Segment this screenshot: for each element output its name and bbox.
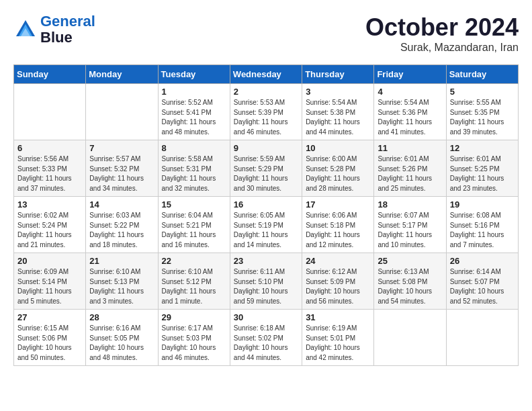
- day-info: Sunrise: 5:55 AM Sunset: 5:35 PM Dayligh…: [450, 98, 515, 137]
- day-number: 16: [234, 199, 298, 210]
- calendar-body: 1Sunrise: 5:52 AM Sunset: 5:41 PM Daylig…: [14, 84, 519, 366]
- calendar-cell: 14Sunrise: 6:03 AM Sunset: 5:22 PM Dayli…: [86, 197, 158, 253]
- calendar-cell: [446, 310, 518, 366]
- day-header-tuesday: Tuesday: [158, 65, 230, 84]
- day-header-sunday: Sunday: [14, 65, 86, 84]
- month-title: October 2024: [365, 13, 519, 42]
- location-subtitle: Surak, Mazandaran, Iran: [365, 42, 519, 54]
- day-number: 31: [306, 312, 370, 322]
- day-info: Sunrise: 6:17 AM Sunset: 5:03 PM Dayligh…: [162, 324, 226, 363]
- day-info: Sunrise: 6:13 AM Sunset: 5:08 PM Dayligh…: [378, 267, 442, 306]
- week-row-3: 13Sunrise: 6:02 AM Sunset: 5:24 PM Dayli…: [14, 197, 519, 253]
- logo-text: General Blue: [40, 13, 95, 46]
- day-info: Sunrise: 5:57 AM Sunset: 5:32 PM Dayligh…: [89, 154, 154, 193]
- calendar-cell: 4Sunrise: 5:54 AM Sunset: 5:36 PM Daylig…: [374, 84, 446, 140]
- calendar-cell: 18Sunrise: 6:07 AM Sunset: 5:17 PM Dayli…: [374, 197, 446, 253]
- day-info: Sunrise: 6:07 AM Sunset: 5:17 PM Dayligh…: [378, 211, 442, 250]
- calendar-cell: 31Sunrise: 6:19 AM Sunset: 5:01 PM Dayli…: [302, 310, 374, 366]
- day-info: Sunrise: 6:10 AM Sunset: 5:13 PM Dayligh…: [89, 267, 154, 306]
- day-info: Sunrise: 6:09 AM Sunset: 5:14 PM Dayligh…: [17, 267, 82, 306]
- day-number: 4: [378, 87, 442, 97]
- calendar-cell: 20Sunrise: 6:09 AM Sunset: 5:14 PM Dayli…: [14, 253, 86, 310]
- calendar-cell: 27Sunrise: 6:15 AM Sunset: 5:06 PM Dayli…: [14, 310, 86, 366]
- day-number: 17: [306, 199, 370, 210]
- calendar-cell: 9Sunrise: 5:59 AM Sunset: 5:29 PM Daylig…: [230, 140, 302, 197]
- week-row-1: 1Sunrise: 5:52 AM Sunset: 5:41 PM Daylig…: [14, 84, 519, 140]
- day-number: 19: [450, 199, 515, 210]
- calendar-cell: [374, 310, 446, 366]
- day-number: 18: [378, 199, 442, 210]
- day-number: 12: [450, 143, 515, 153]
- day-number: 10: [306, 143, 370, 153]
- day-info: Sunrise: 6:14 AM Sunset: 5:07 PM Dayligh…: [450, 267, 515, 306]
- day-number: 27: [17, 312, 82, 322]
- day-number: 30: [234, 312, 298, 322]
- day-info: Sunrise: 6:11 AM Sunset: 5:10 PM Dayligh…: [234, 267, 298, 306]
- day-number: 3: [306, 87, 370, 97]
- calendar-cell: 10Sunrise: 6:00 AM Sunset: 5:28 PM Dayli…: [302, 140, 374, 197]
- day-info: Sunrise: 6:04 AM Sunset: 5:21 PM Dayligh…: [162, 211, 226, 250]
- calendar-cell: 24Sunrise: 6:12 AM Sunset: 5:09 PM Dayli…: [302, 253, 374, 310]
- calendar-table: SundayMondayTuesdayWednesdayThursdayFrid…: [13, 64, 519, 366]
- logo-icon: [13, 17, 38, 42]
- day-number: 6: [17, 143, 82, 153]
- day-info: Sunrise: 6:01 AM Sunset: 5:25 PM Dayligh…: [450, 154, 515, 193]
- calendar-cell: 21Sunrise: 6:10 AM Sunset: 5:13 PM Dayli…: [86, 253, 158, 310]
- day-header-wednesday: Wednesday: [230, 65, 302, 84]
- calendar-cell: 7Sunrise: 5:57 AM Sunset: 5:32 PM Daylig…: [86, 140, 158, 197]
- day-info: Sunrise: 6:18 AM Sunset: 5:02 PM Dayligh…: [234, 324, 298, 363]
- day-number: 9: [234, 143, 298, 153]
- week-row-4: 20Sunrise: 6:09 AM Sunset: 5:14 PM Dayli…: [14, 253, 519, 310]
- day-number: 15: [162, 199, 226, 210]
- day-info: Sunrise: 5:58 AM Sunset: 5:31 PM Dayligh…: [162, 154, 226, 193]
- day-number: 13: [17, 199, 82, 210]
- calendar-cell: 15Sunrise: 6:04 AM Sunset: 5:21 PM Dayli…: [158, 197, 230, 253]
- day-header-monday: Monday: [86, 65, 158, 84]
- calendar-cell: 30Sunrise: 6:18 AM Sunset: 5:02 PM Dayli…: [230, 310, 302, 366]
- day-number: 21: [89, 256, 154, 266]
- day-number: 14: [89, 199, 154, 210]
- day-info: Sunrise: 6:15 AM Sunset: 5:06 PM Dayligh…: [17, 324, 82, 363]
- day-info: Sunrise: 6:00 AM Sunset: 5:28 PM Dayligh…: [306, 154, 370, 193]
- calendar-cell: 3Sunrise: 5:54 AM Sunset: 5:38 PM Daylig…: [302, 84, 374, 140]
- day-header-friday: Friday: [374, 65, 446, 84]
- day-number: 1: [162, 87, 226, 97]
- calendar-cell: 11Sunrise: 6:01 AM Sunset: 5:26 PM Dayli…: [374, 140, 446, 197]
- day-info: Sunrise: 6:08 AM Sunset: 5:16 PM Dayligh…: [450, 211, 515, 250]
- calendar-cell: 22Sunrise: 6:10 AM Sunset: 5:12 PM Dayli…: [158, 253, 230, 310]
- calendar-cell: 16Sunrise: 6:05 AM Sunset: 5:19 PM Dayli…: [230, 197, 302, 253]
- day-info: Sunrise: 5:52 AM Sunset: 5:41 PM Dayligh…: [162, 98, 226, 137]
- day-info: Sunrise: 6:02 AM Sunset: 5:24 PM Dayligh…: [17, 211, 82, 250]
- page-header: General Blue October 2024 Surak, Mazanda…: [13, 13, 519, 54]
- calendar-header: SundayMondayTuesdayWednesdayThursdayFrid…: [14, 65, 519, 84]
- calendar-cell: 5Sunrise: 5:55 AM Sunset: 5:35 PM Daylig…: [446, 84, 518, 140]
- calendar-cell: 1Sunrise: 5:52 AM Sunset: 5:41 PM Daylig…: [158, 84, 230, 140]
- day-number: 26: [450, 256, 515, 266]
- calendar-cell: 12Sunrise: 6:01 AM Sunset: 5:25 PM Dayli…: [446, 140, 518, 197]
- calendar-cell: [14, 84, 86, 140]
- day-info: Sunrise: 6:03 AM Sunset: 5:22 PM Dayligh…: [89, 211, 154, 250]
- day-number: 22: [162, 256, 226, 266]
- day-info: Sunrise: 5:59 AM Sunset: 5:29 PM Dayligh…: [234, 154, 298, 193]
- day-info: Sunrise: 6:12 AM Sunset: 5:09 PM Dayligh…: [306, 267, 370, 306]
- calendar-cell: 29Sunrise: 6:17 AM Sunset: 5:03 PM Dayli…: [158, 310, 230, 366]
- day-info: Sunrise: 6:16 AM Sunset: 5:05 PM Dayligh…: [89, 324, 154, 363]
- calendar-cell: 8Sunrise: 5:58 AM Sunset: 5:31 PM Daylig…: [158, 140, 230, 197]
- day-number: 29: [162, 312, 226, 322]
- calendar-cell: 13Sunrise: 6:02 AM Sunset: 5:24 PM Dayli…: [14, 197, 86, 253]
- day-info: Sunrise: 6:01 AM Sunset: 5:26 PM Dayligh…: [378, 154, 442, 193]
- logo: General Blue: [13, 13, 95, 46]
- day-info: Sunrise: 5:54 AM Sunset: 5:38 PM Dayligh…: [306, 98, 370, 137]
- calendar-cell: 17Sunrise: 6:06 AM Sunset: 5:18 PM Dayli…: [302, 197, 374, 253]
- week-row-5: 27Sunrise: 6:15 AM Sunset: 5:06 PM Dayli…: [14, 310, 519, 366]
- day-number: 8: [162, 143, 226, 153]
- calendar-cell: 23Sunrise: 6:11 AM Sunset: 5:10 PM Dayli…: [230, 253, 302, 310]
- calendar-cell: 19Sunrise: 6:08 AM Sunset: 5:16 PM Dayli…: [446, 197, 518, 253]
- title-block: October 2024 Surak, Mazandaran, Iran: [365, 13, 519, 54]
- day-number: 5: [450, 87, 515, 97]
- day-number: 2: [234, 87, 298, 97]
- day-info: Sunrise: 6:06 AM Sunset: 5:18 PM Dayligh…: [306, 211, 370, 250]
- day-header-saturday: Saturday: [446, 65, 518, 84]
- calendar-cell: 2Sunrise: 5:53 AM Sunset: 5:39 PM Daylig…: [230, 84, 302, 140]
- day-number: 23: [234, 256, 298, 266]
